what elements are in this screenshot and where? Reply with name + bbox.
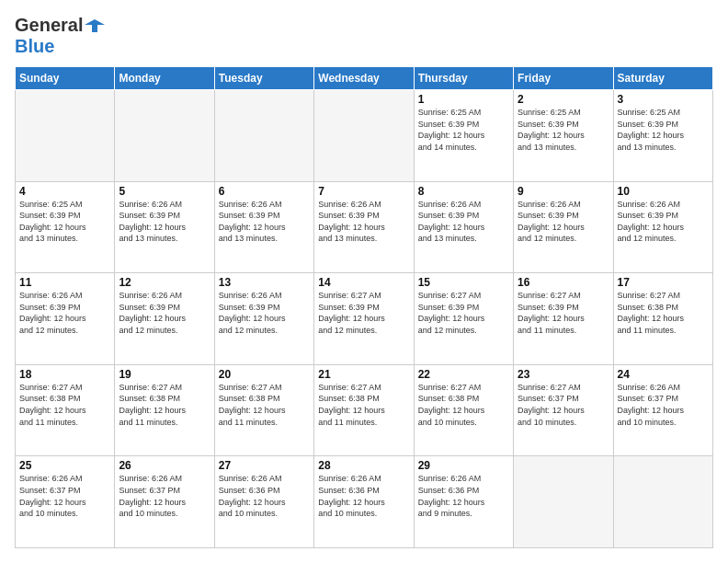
day-number: 17 [618, 276, 709, 289]
calendar-cell [613, 456, 712, 548]
calendar-cell: 20Sunrise: 6:27 AM Sunset: 6:38 PM Dayli… [214, 364, 313, 456]
day-number: 25 [19, 459, 110, 472]
calendar-week-row: 18Sunrise: 6:27 AM Sunset: 6:38 PM Dayli… [16, 364, 713, 456]
day-number: 15 [418, 276, 509, 289]
day-number: 14 [318, 276, 409, 289]
logo-blue-text: Blue [15, 36, 54, 56]
calendar-cell: 16Sunrise: 6:27 AM Sunset: 6:39 PM Dayli… [514, 273, 613, 365]
calendar-week-row: 4Sunrise: 6:25 AM Sunset: 6:39 PM Daylig… [16, 181, 713, 273]
calendar-cell: 8Sunrise: 6:26 AM Sunset: 6:39 PM Daylig… [414, 181, 513, 273]
calendar-cell: 11Sunrise: 6:26 AM Sunset: 6:39 PM Dayli… [16, 273, 115, 365]
day-number: 19 [119, 368, 210, 381]
calendar-cell: 2Sunrise: 6:25 AM Sunset: 6:39 PM Daylig… [514, 90, 613, 182]
day-number: 2 [518, 93, 609, 106]
calendar-week-row: 25Sunrise: 6:26 AM Sunset: 6:37 PM Dayli… [16, 456, 713, 548]
calendar-cell: 29Sunrise: 6:26 AM Sunset: 6:36 PM Dayli… [414, 456, 513, 548]
day-info: Sunrise: 6:27 AM Sunset: 6:38 PM Dayligh… [119, 382, 210, 428]
day-info: Sunrise: 6:26 AM Sunset: 6:36 PM Dayligh… [418, 473, 509, 519]
day-number: 23 [518, 368, 609, 381]
calendar-cell: 24Sunrise: 6:26 AM Sunset: 6:37 PM Dayli… [613, 364, 712, 456]
day-number: 11 [19, 276, 110, 289]
calendar-cell: 10Sunrise: 6:26 AM Sunset: 6:39 PM Dayli… [613, 181, 712, 273]
day-info: Sunrise: 6:27 AM Sunset: 6:38 PM Dayligh… [418, 382, 509, 428]
day-number: 5 [119, 185, 210, 198]
logo-bird-icon [85, 16, 105, 36]
day-info: Sunrise: 6:26 AM Sunset: 6:39 PM Dayligh… [119, 290, 210, 336]
calendar-cell: 6Sunrise: 6:26 AM Sunset: 6:39 PM Daylig… [214, 181, 313, 273]
calendar-day-header-thursday: Thursday [414, 67, 513, 90]
day-info: Sunrise: 6:25 AM Sunset: 6:39 PM Dayligh… [518, 107, 609, 153]
calendar-cell: 17Sunrise: 6:27 AM Sunset: 6:38 PM Dayli… [613, 273, 712, 365]
calendar-day-header-monday: Monday [115, 67, 214, 90]
day-info: Sunrise: 6:26 AM Sunset: 6:39 PM Dayligh… [19, 290, 110, 336]
calendar-cell: 19Sunrise: 6:27 AM Sunset: 6:38 PM Dayli… [115, 364, 214, 456]
day-info: Sunrise: 6:25 AM Sunset: 6:39 PM Dayligh… [19, 199, 110, 245]
calendar-cell [314, 90, 414, 182]
day-number: 6 [219, 185, 310, 198]
day-number: 13 [219, 276, 310, 289]
day-number: 9 [518, 185, 609, 198]
calendar-day-header-sunday: Sunday [16, 67, 115, 90]
calendar-header-row: SundayMondayTuesdayWednesdayThursdayFrid… [16, 67, 713, 90]
day-info: Sunrise: 6:25 AM Sunset: 6:39 PM Dayligh… [418, 107, 509, 153]
calendar-week-row: 11Sunrise: 6:26 AM Sunset: 6:39 PM Dayli… [16, 273, 713, 365]
calendar-cell [514, 456, 613, 548]
day-number: 10 [618, 185, 709, 198]
day-info: Sunrise: 6:26 AM Sunset: 6:39 PM Dayligh… [418, 199, 509, 245]
day-number: 29 [418, 459, 509, 472]
day-info: Sunrise: 6:27 AM Sunset: 6:38 PM Dayligh… [318, 382, 409, 428]
day-info: Sunrise: 6:26 AM Sunset: 6:39 PM Dayligh… [518, 199, 609, 245]
day-number: 21 [318, 368, 409, 381]
day-info: Sunrise: 6:26 AM Sunset: 6:39 PM Dayligh… [318, 199, 409, 245]
logo: General Blue [15, 15, 105, 57]
calendar-day-header-tuesday: Tuesday [214, 67, 313, 90]
calendar-cell: 1Sunrise: 6:25 AM Sunset: 6:39 PM Daylig… [414, 90, 513, 182]
day-info: Sunrise: 6:27 AM Sunset: 6:38 PM Dayligh… [618, 290, 709, 336]
day-number: 4 [19, 185, 110, 198]
day-info: Sunrise: 6:27 AM Sunset: 6:39 PM Dayligh… [418, 290, 509, 336]
day-number: 8 [418, 185, 509, 198]
calendar-cell: 4Sunrise: 6:25 AM Sunset: 6:39 PM Daylig… [16, 181, 115, 273]
calendar-day-header-friday: Friday [514, 67, 613, 90]
day-number: 12 [119, 276, 210, 289]
calendar-cell: 18Sunrise: 6:27 AM Sunset: 6:38 PM Dayli… [16, 364, 115, 456]
day-info: Sunrise: 6:26 AM Sunset: 6:39 PM Dayligh… [219, 199, 310, 245]
logo-general-text: General [15, 15, 83, 36]
calendar-cell: 7Sunrise: 6:26 AM Sunset: 6:39 PM Daylig… [314, 181, 414, 273]
calendar-cell: 25Sunrise: 6:26 AM Sunset: 6:37 PM Dayli… [16, 456, 115, 548]
day-info: Sunrise: 6:26 AM Sunset: 6:39 PM Dayligh… [119, 199, 210, 245]
calendar-day-header-wednesday: Wednesday [314, 67, 414, 90]
calendar-cell: 23Sunrise: 6:27 AM Sunset: 6:37 PM Dayli… [514, 364, 613, 456]
day-info: Sunrise: 6:27 AM Sunset: 6:39 PM Dayligh… [518, 290, 609, 336]
day-number: 27 [219, 459, 310, 472]
calendar-cell: 14Sunrise: 6:27 AM Sunset: 6:39 PM Dayli… [314, 273, 414, 365]
day-number: 26 [119, 459, 210, 472]
day-number: 18 [19, 368, 110, 381]
day-number: 3 [618, 93, 709, 106]
calendar-cell: 27Sunrise: 6:26 AM Sunset: 6:36 PM Dayli… [214, 456, 313, 548]
calendar-cell: 28Sunrise: 6:26 AM Sunset: 6:36 PM Dayli… [314, 456, 414, 548]
calendar-week-row: 1Sunrise: 6:25 AM Sunset: 6:39 PM Daylig… [16, 90, 713, 182]
day-info: Sunrise: 6:26 AM Sunset: 6:37 PM Dayligh… [618, 382, 709, 428]
calendar-cell: 5Sunrise: 6:26 AM Sunset: 6:39 PM Daylig… [115, 181, 214, 273]
day-info: Sunrise: 6:27 AM Sunset: 6:37 PM Dayligh… [518, 382, 609, 428]
calendar-cell: 26Sunrise: 6:26 AM Sunset: 6:37 PM Dayli… [115, 456, 214, 548]
calendar-cell: 3Sunrise: 6:25 AM Sunset: 6:39 PM Daylig… [613, 90, 712, 182]
calendar-cell [16, 90, 115, 182]
svg-marker-0 [85, 19, 105, 32]
day-number: 1 [418, 93, 509, 106]
day-number: 16 [518, 276, 609, 289]
day-info: Sunrise: 6:26 AM Sunset: 6:36 PM Dayligh… [318, 473, 409, 519]
calendar-cell: 13Sunrise: 6:26 AM Sunset: 6:39 PM Dayli… [214, 273, 313, 365]
calendar-cell [214, 90, 313, 182]
page: General Blue SundayMondayTuesdayWednesda… [0, 0, 728, 563]
day-number: 22 [418, 368, 509, 381]
day-info: Sunrise: 6:25 AM Sunset: 6:39 PM Dayligh… [618, 107, 709, 153]
calendar-cell [115, 90, 214, 182]
day-info: Sunrise: 6:26 AM Sunset: 6:37 PM Dayligh… [19, 473, 110, 519]
day-info: Sunrise: 6:26 AM Sunset: 6:39 PM Dayligh… [219, 290, 310, 336]
calendar-day-header-saturday: Saturday [613, 67, 712, 90]
day-info: Sunrise: 6:26 AM Sunset: 6:39 PM Dayligh… [618, 199, 709, 245]
day-number: 20 [219, 368, 310, 381]
day-number: 7 [318, 185, 409, 198]
